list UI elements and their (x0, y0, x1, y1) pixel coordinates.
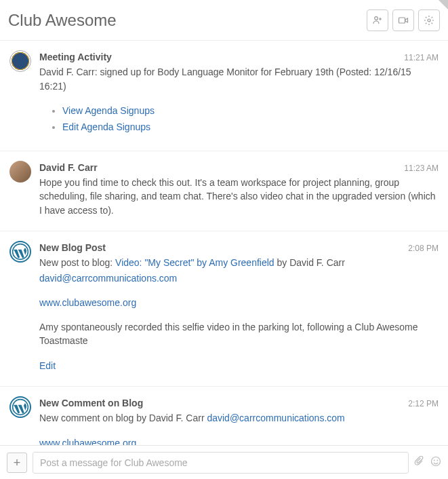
post-meeting-activity: Meeting Activity 11:21 AM David F. Carr:… (0, 41, 448, 151)
link-edit[interactable]: Edit (39, 360, 56, 371)
paperclip-icon (414, 456, 425, 467)
svg-point-6 (434, 459, 435, 461)
post-time: 2:12 PM (408, 398, 439, 410)
corner-fold-icon (439, 0, 448, 9)
avatar-wordpress (9, 241, 31, 263)
compose-input[interactable] (33, 452, 409, 474)
svg-rect-1 (399, 18, 405, 23)
link-email[interactable]: david@carrcommunications.com (207, 413, 344, 423)
post-time: 2:08 PM (408, 243, 439, 254)
post-new-comment: New Comment on Blog 2:12 PM New comment … (0, 387, 448, 445)
svg-point-5 (432, 457, 441, 465)
sender-name: New Comment on Blog (39, 396, 408, 410)
smile-icon (430, 456, 441, 467)
wordpress-icon (12, 398, 29, 416)
sender-name: New Blog Post (39, 241, 408, 254)
attach-file-button[interactable] (414, 456, 425, 470)
header-bar: Club Awesome (0, 0, 448, 41)
svg-point-7 (436, 459, 438, 461)
video-call-button[interactable] (392, 9, 414, 31)
video-icon (398, 15, 409, 26)
room-title: Club Awesome (8, 11, 367, 30)
svg-point-2 (428, 19, 430, 22)
post-message: New comment on blog by David F. Carr dav… (39, 411, 439, 445)
post-message: David F. Carr: signed up for Body Langua… (39, 65, 439, 135)
wordpress-icon (12, 243, 29, 261)
header-buttons (367, 9, 440, 31)
sender-name: Meeting Activity (39, 50, 404, 64)
sender-name: David F. Carr (39, 161, 404, 174)
post-message: Hope you find time to check this out. It… (39, 176, 439, 217)
settings-button[interactable] (418, 9, 440, 31)
avatar-wordpress (9, 396, 31, 418)
gear-icon (424, 15, 434, 26)
post-time: 11:23 AM (404, 163, 439, 174)
emoji-button[interactable] (430, 456, 441, 470)
link-email[interactable]: david@carrcommunications.com (39, 273, 177, 284)
message-feed[interactable]: Meeting Activity 11:21 AM David F. Carr:… (0, 41, 448, 445)
person-plus-icon (372, 15, 383, 26)
link-edit-agenda[interactable]: Edit Agenda Signups (62, 121, 150, 132)
link-view-agenda[interactable]: View Agenda Signups (62, 105, 155, 116)
post-time: 11:21 AM (404, 52, 439, 64)
post-new-blog: New Blog Post 2:08 PM New post to blog: … (0, 231, 448, 387)
post-message: New post to blog: Video: "My Secret" by … (39, 256, 439, 372)
link-blog-title[interactable]: Video: "My Secret" by Amy Greenfield (115, 257, 274, 268)
link-site[interactable]: www.clubawesome.org (39, 297, 136, 308)
avatar-meeting-activity (9, 50, 31, 72)
avatar-david-carr (9, 161, 31, 183)
composer-bar: + (0, 445, 448, 479)
add-people-button[interactable] (367, 9, 388, 31)
plus-icon: + (14, 457, 21, 469)
link-site[interactable]: www.clubawesome.org (39, 438, 136, 445)
svg-point-0 (375, 16, 378, 20)
add-attachment-button[interactable]: + (7, 453, 27, 473)
post-david-carr: David F. Carr 11:23 AM Hope you find tim… (0, 151, 448, 231)
